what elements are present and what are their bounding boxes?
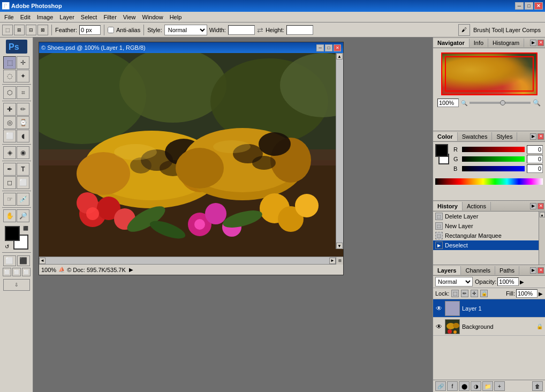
fill-input[interactable] xyxy=(516,289,538,298)
blue-slider[interactable] xyxy=(462,166,525,171)
history-rect-marquee[interactable]: ⬚ Rectangular Marquee xyxy=(433,231,539,240)
default-colors-icon[interactable]: ⬛ xyxy=(23,226,28,231)
eraser-button[interactable]: ⬜ xyxy=(3,130,16,142)
close-button[interactable]: ✕ xyxy=(534,2,543,10)
tab-history[interactable]: History xyxy=(433,202,463,210)
nav-panel-close[interactable]: ✕ xyxy=(538,40,544,46)
tab-swatches[interactable]: Swatches xyxy=(458,132,493,141)
nav-panel-menu[interactable]: ▶ xyxy=(530,40,536,46)
new-group-btn[interactable]: 📁 xyxy=(482,381,493,391)
history-panel-close[interactable]: ✕ xyxy=(538,203,544,209)
zoom-button[interactable]: 🔎 xyxy=(17,209,29,222)
tab-actions[interactable]: Actions xyxy=(463,202,491,210)
delete-layer-btn[interactable]: 🗑 xyxy=(532,381,543,391)
history-new-layer[interactable]: ⬚ New Layer xyxy=(433,221,539,231)
doc-close-button[interactable]: ✕ xyxy=(334,44,341,51)
tab-layers[interactable]: Layers xyxy=(433,266,461,275)
tab-navigator[interactable]: Navigator xyxy=(433,39,470,47)
menu-filter[interactable]: Filter xyxy=(100,13,119,21)
width-input[interactable] xyxy=(228,25,255,35)
green-slider[interactable] xyxy=(462,156,525,162)
path-sel-button[interactable]: ◻ xyxy=(3,176,16,189)
slice-button[interactable]: ⌗ xyxy=(17,86,29,99)
b-value[interactable] xyxy=(527,164,543,173)
menu-file[interactable]: File xyxy=(1,13,17,21)
r-value[interactable] xyxy=(527,145,543,154)
layers-panel-menu[interactable]: ▶ xyxy=(530,267,536,274)
add-selection-btn[interactable]: ⊞ xyxy=(14,25,25,35)
move-button[interactable]: ✛ xyxy=(17,56,29,69)
antialias-checkbox[interactable] xyxy=(108,27,114,33)
scrollbar-up-arrow[interactable]: ▲ xyxy=(336,53,343,59)
healing-button[interactable]: ✚ xyxy=(3,103,16,116)
pen-button[interactable]: ✒ xyxy=(3,163,16,176)
menu-view[interactable]: View xyxy=(120,13,139,21)
type-button[interactable]: T xyxy=(17,163,29,176)
standard-mode-button[interactable]: ⬜ xyxy=(3,255,16,266)
crop-button[interactable]: ⬡ xyxy=(3,86,16,99)
brush-button[interactable]: ✏ xyxy=(17,103,29,116)
tab-channels[interactable]: Channels xyxy=(461,266,495,275)
height-input[interactable] xyxy=(286,25,313,35)
foreground-color-swatch[interactable] xyxy=(5,226,20,241)
history-scroll-up[interactable]: ▲ xyxy=(540,212,545,217)
menu-layer[interactable]: Layer xyxy=(56,13,78,21)
magic-wand-button[interactable]: ✦ xyxy=(17,70,29,82)
color-panel-menu[interactable]: ▶ xyxy=(530,133,536,140)
zoom-out-icon[interactable]: 🔍 xyxy=(461,100,467,106)
nav-zoom-input[interactable] xyxy=(437,99,459,107)
menu-select[interactable]: Select xyxy=(78,13,101,21)
lock-transparent-icon[interactable]: ⬚ xyxy=(451,290,459,297)
menu-help[interactable]: Help xyxy=(166,13,185,21)
shape-button[interactable]: ⬜ xyxy=(17,176,29,189)
red-slider[interactable] xyxy=(462,147,525,152)
fill-arrow[interactable]: ▶ xyxy=(539,291,543,297)
quickmask-mode-button[interactable]: ⬛ xyxy=(17,255,30,266)
blend-mode-select[interactable]: Normal Dissolve Multiply xyxy=(435,277,473,287)
scroll-left-arrow[interactable]: ◄ xyxy=(39,258,46,264)
layers-panel-close[interactable]: ✕ xyxy=(538,267,544,274)
screen-mode-1[interactable]: ⬜ xyxy=(3,268,11,276)
screen-mode-2[interactable]: ⬜ xyxy=(12,268,21,276)
subtract-selection-btn[interactable]: ⊟ xyxy=(26,25,36,35)
dodge-button[interactable]: ◉ xyxy=(17,146,29,159)
history-brush-button[interactable]: ⌚ xyxy=(17,116,29,129)
imageready-button[interactable]: ⇩ xyxy=(3,279,30,291)
new-adjustment-btn[interactable]: ◑ xyxy=(471,381,481,391)
notes-button[interactable]: ☞ xyxy=(3,193,16,206)
swap-colors-icon[interactable]: ↺ xyxy=(5,244,9,250)
opacity-arrow[interactable]: ▶ xyxy=(520,279,524,285)
palette-btn-1[interactable]: 🖌 xyxy=(458,24,470,36)
color-panel-close[interactable]: ✕ xyxy=(538,133,544,140)
style-select[interactable]: Normal Fixed Ratio Fixed Size xyxy=(164,25,207,35)
history-deselect[interactable]: ▶ Deselect xyxy=(433,240,539,250)
link-layers-btn[interactable]: 🔗 xyxy=(435,381,446,391)
lock-all-icon[interactable]: 🔒 xyxy=(480,290,488,297)
opacity-input[interactable] xyxy=(497,277,519,286)
g-value[interactable] xyxy=(527,155,543,163)
history-panel-menu[interactable]: ▶ xyxy=(530,203,536,209)
tab-info[interactable]: Info xyxy=(470,39,488,47)
layer-1-visibility[interactable]: 👁 xyxy=(435,305,443,312)
history-delete-layer[interactable]: ⬚ Delete Layer xyxy=(433,212,539,221)
blur-button[interactable]: ◈ xyxy=(3,146,16,159)
background-layer-item[interactable]: 👁 Background 🔒 xyxy=(433,318,545,336)
tab-styles[interactable]: Styles xyxy=(492,132,517,141)
horizontal-scrollbar[interactable]: ◄ ► ⊞ xyxy=(39,257,343,264)
lasso-button[interactable]: ◌ xyxy=(3,70,16,82)
menu-image[interactable]: Image xyxy=(34,13,57,21)
lock-position-icon[interactable]: ✛ xyxy=(471,290,478,297)
menu-edit[interactable]: Edit xyxy=(17,13,34,21)
menu-window[interactable]: Window xyxy=(139,13,166,21)
scroll-right-arrow[interactable]: ► xyxy=(329,258,336,264)
color-fg-swatch[interactable] xyxy=(435,144,448,157)
intersect-selection-btn[interactable]: ⊠ xyxy=(37,25,48,35)
rectangular-marquee-button[interactable]: ⬚ xyxy=(3,56,16,69)
add-style-btn[interactable]: f xyxy=(447,381,458,391)
gradient-button[interactable]: ◖ xyxy=(17,130,29,142)
doc-minimize-button[interactable]: ─ xyxy=(316,44,324,51)
jump-to-imageready[interactable]: ⇩ xyxy=(3,279,30,291)
lock-image-icon[interactable]: ✏ xyxy=(461,290,468,297)
image-canvas[interactable]: ▲ ▼ xyxy=(39,53,343,257)
doc-maximize-button[interactable]: □ xyxy=(325,44,332,51)
